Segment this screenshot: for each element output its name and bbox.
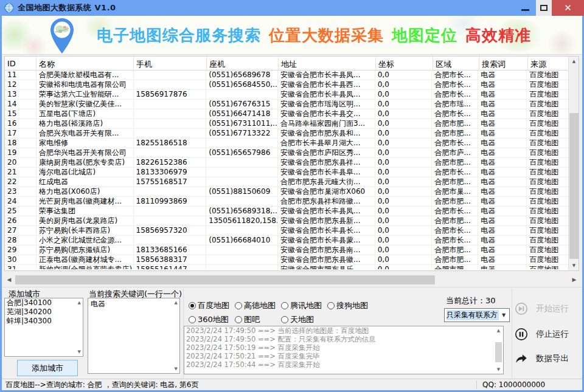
scroll-left-icon[interactable]: ◀ xyxy=(4,275,14,285)
horizontal-scroll-thumb[interactable] xyxy=(15,275,435,284)
table-row[interactable]: 21海尔电器(北城店)18133306979安徽省合肥市长丰县阜...0,0合肥… xyxy=(5,168,568,177)
table-cell: 合肥市长... xyxy=(432,168,478,177)
table-cell: 合肥市肥... xyxy=(432,216,478,225)
radio-circle-icon xyxy=(327,302,335,309)
radio-mapbar-map[interactable]: 图吧 xyxy=(235,314,281,325)
log-scrollbar[interactable]: ▲ ▼ xyxy=(494,326,503,374)
scroll-down-icon[interactable]: ▼ xyxy=(495,367,502,372)
table-row[interactable]: 11合肥美隆欣塑模电器有...(0551)65689678安徽省合肥市长丰县凤.… xyxy=(5,70,568,80)
banner-slogan: 位置大数据采集 xyxy=(269,25,384,46)
banner-decoration xyxy=(546,32,579,55)
table-cell: 百度地图 xyxy=(527,119,568,128)
radio-tencent-map[interactable]: 腾讯地图 xyxy=(281,300,327,311)
minimize-icon xyxy=(521,9,529,11)
table-cell: 15 xyxy=(5,109,36,119)
table-row[interactable]: 20康纳厨房电器(肥东专卖店)18226152386安徽省合肥市肥东县祥...0… xyxy=(5,158,568,168)
table-row[interactable]: 17合肥兴东电器开关有限...(0551)67713322安徽省合肥市肥东县和.… xyxy=(5,129,568,139)
table-cell: 合肥市瑶... xyxy=(432,100,478,109)
keywords-input[interactable]: 电器 ▲ ▼ xyxy=(88,298,180,374)
table-row[interactable]: 16格力电器(裕溪路店)(0551)67311011,...合马路幸福家园南门面… xyxy=(5,119,568,129)
stop-run-button[interactable]: 停止运行 xyxy=(515,326,580,342)
table-cell: 合肥华兴电器开关有限公司 xyxy=(36,148,134,157)
map-source-options-row2: 360地图图吧天地图 xyxy=(189,314,327,325)
table-cell: 15856917876 xyxy=(134,90,207,99)
log-area[interactable]: 2023/2/24 17:49:50 ==> 当前选择的地图是：百度地图2023… xyxy=(184,326,504,374)
table-cell xyxy=(206,197,278,206)
data-export-button[interactable]: 数据导出 xyxy=(515,351,580,366)
minimize-button[interactable] xyxy=(515,0,536,16)
column-header: 手机 xyxy=(134,57,207,70)
table-cell: 0,0 xyxy=(375,100,433,109)
radio-label: 天地图 xyxy=(290,314,314,325)
stop-run-label: 停止运行 xyxy=(536,329,569,340)
scroll-up-icon[interactable]: ▲ xyxy=(495,328,502,333)
log-scroll-thumb[interactable] xyxy=(495,342,502,362)
table-cell: 0,0 xyxy=(375,80,433,89)
scroll-up-icon[interactable]: ▲ xyxy=(78,300,81,305)
table-cell: 百度地图 xyxy=(527,158,568,167)
table-cell: 合肥市庐... xyxy=(432,148,478,157)
table-cell: (0551)65684550,... xyxy=(206,80,278,89)
start-run-label: 开始运行 xyxy=(536,303,569,314)
add-city-button[interactable]: 添加城市 xyxy=(17,360,78,376)
scroll-up-icon[interactable]: ▲ xyxy=(175,300,178,305)
table-row[interactable]: 14美的智慧家(安徽亿美佳...(0551)67676315安徽省合肥市瑶海区明… xyxy=(5,100,568,109)
table-cell: 电器 xyxy=(478,197,527,206)
table-cell xyxy=(206,226,278,235)
table-row[interactable]: 12安徽裕和电缆电器有限公司(0551)65684550,...安徽省合肥市长丰… xyxy=(5,80,568,90)
table-row[interactable]: 25荣事达集团(0551)65689318,...安徽省合肥市长丰县凤...0,… xyxy=(5,207,568,216)
column-header: 坐标 xyxy=(376,57,433,70)
radio-baidu-map[interactable]: 百度地图 xyxy=(189,300,235,311)
table-cell: 18110993869 xyxy=(134,197,207,206)
table-horizontal-scrollbar[interactable]: ◀ ▶ xyxy=(4,275,579,285)
table-cell: 百度地图 xyxy=(527,129,568,138)
table-row[interactable]: 26美的厨房电器(龙泉路店)13505611820,158...安徽省合肥市肥东… xyxy=(5,216,568,226)
titlebar: 全国地图大数据系统 V1.0 ✕ xyxy=(0,0,584,16)
table-cell: 安徽省合肥市巢湖市X060 xyxy=(278,187,375,196)
city-list[interactable]: 合肥|340100芜湖|340200蚌埠|340300 ▲ ▼ xyxy=(4,298,83,357)
radio-360-map[interactable]: 360地图 xyxy=(189,314,235,325)
log-line: 2023/2/24 17:49:50 ==> 当前选择的地图是：百度地图 xyxy=(184,326,503,335)
table-row[interactable]: 28小米之家(北城世纪金源...(0551)66684010安徽省合肥市长丰县蒙… xyxy=(5,236,568,246)
table-row[interactable]: 19合肥华兴电器开关有限公司(0551)65657986安徽省合肥市庐阳区秀..… xyxy=(5,148,568,158)
table-cell: 合肥美隆欣塑模电器有... xyxy=(36,70,134,80)
table-cell xyxy=(134,216,207,225)
table-cell: 18133306979 xyxy=(134,168,207,177)
scroll-down-icon[interactable]: ▼ xyxy=(78,349,81,354)
scroll-right-icon[interactable]: ▶ xyxy=(569,275,579,285)
radio-sogou-map[interactable]: 搜狗地图 xyxy=(327,300,374,311)
table-cell: 0,0 xyxy=(375,265,433,269)
start-run-button[interactable]: 开始运行 xyxy=(515,301,580,317)
table-cell: 12 xyxy=(5,80,36,89)
table-row[interactable]: 27苏宁易购(长丰西路店)15856957320安徽省合肥市长丰县长...0,0… xyxy=(5,226,568,236)
table-cell: 安徽省合肥市肥东县南... xyxy=(278,246,375,255)
table-row[interactable]: 30正泰电器(徽商建材城专...15856388317安徽省合肥市肥东县徽...… xyxy=(5,255,568,265)
table-row[interactable]: 22红成电器15755168517合肥市肥东县元疃大街...0,0合肥市肥...… xyxy=(5,177,568,187)
table-cell: 合肥市长... xyxy=(432,226,478,235)
total-value: 30 xyxy=(485,296,496,305)
scroll-up-icon[interactable]: ▲ xyxy=(569,57,579,66)
radio-gaode-map[interactable]: 高德地图 xyxy=(235,300,281,311)
scroll-down-icon[interactable]: ▼ xyxy=(569,261,579,270)
city-line: 芜湖|340200 xyxy=(5,308,83,317)
table-row[interactable]: 13荣事达第六工业智能研...15856917876安徽省合肥市长丰县凤...0… xyxy=(5,90,568,100)
table-cell: 电器 xyxy=(478,246,527,255)
vertical-scroll-thumb[interactable] xyxy=(569,113,579,259)
table-row[interactable]: 15五星电器(下塘店)(0551)66471418安徽省合肥市长丰县交...0,… xyxy=(5,109,568,119)
map-source-options-row1: 百度地图高德地图腾讯地图搜狗地图 xyxy=(189,300,374,311)
close-button[interactable]: ✕ xyxy=(552,0,584,16)
table-row[interactable]: 24光芒厨房电器(徽商建材...18110993869合肥市肥东县祥和路徽...… xyxy=(5,197,568,207)
table-row[interactable]: 31新帅空调(合肥总直营专卖店)15855161447安徽省合肥市肥东县乐...… xyxy=(5,265,568,269)
table-cell: 安徽裕和电缆电器有限公司 xyxy=(36,80,134,89)
scroll-down-icon[interactable]: ▼ xyxy=(175,366,178,371)
table-cell: 电器 xyxy=(478,119,527,128)
collect-mode-select[interactable]: 只采集有联系方 ▼ xyxy=(444,308,510,322)
table-row[interactable]: 23格力电器(X060店)(0551)88150609安徽省合肥市巢湖市X060… xyxy=(5,187,568,197)
table-cell: 五星电器(下塘店) xyxy=(36,109,134,119)
maximize-button[interactable] xyxy=(536,0,552,16)
table-cell: 0,0 xyxy=(375,236,433,245)
table-row[interactable]: 18家电维修18255186518合肥市长丰县翠月湖大...0,0合肥市长...… xyxy=(5,139,568,148)
table-row[interactable]: 29苏宁易购(肥东撮镇店)18133685166安徽省合肥市肥东县南...0,0… xyxy=(5,246,568,255)
table-vertical-scrollbar[interactable]: ▲ ▼ xyxy=(568,57,579,270)
radio-tianditu-map[interactable]: 天地图 xyxy=(281,314,327,325)
